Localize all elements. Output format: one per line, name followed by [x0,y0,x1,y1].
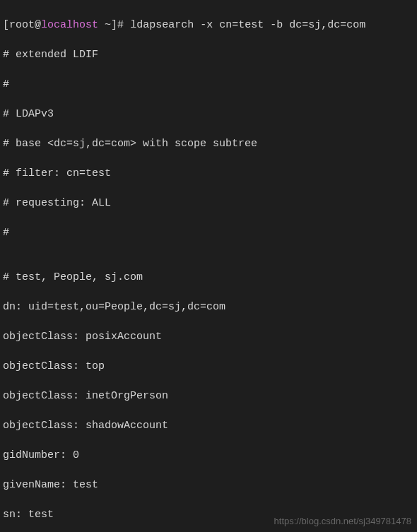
prompt-symbol: # [117,19,124,31]
watermark-text: https://blog.csdn.net/sj349781478 [274,515,411,528]
output-line: # base <dc=sj,dc=com> with scope subtree [3,136,414,151]
prompt-open-bracket: [ [3,19,9,31]
output-line: # requesting: ALL [3,196,414,211]
output-line: objectClass: inetOrgPerson [3,389,414,403]
output-line: givenName: test [3,478,414,492]
output-line: # [3,77,414,92]
output-line: # filter: cn=test [3,166,414,181]
output-line: # [3,225,414,240]
prompt-host: localhost [41,19,98,31]
prompt-path: ~ [98,19,111,31]
output-line: dn: uid=test,ou=People,dc=sj,dc=com [3,300,414,314]
output-line: objectClass: top [3,359,414,374]
terminal-output[interactable]: [root@localhost ~]# ldapsearch -x cn=tes… [3,3,414,532]
prompt-at: @ [35,19,41,31]
command-line-1: [root@localhost ~]# ldapsearch -x cn=tes… [3,18,414,32]
command-text: ldapsearch -x cn=test -b dc=sj,dc=com [130,19,365,31]
output-line: # test, People, sj.com [3,270,414,285]
prompt-close-bracket: ] [111,19,117,31]
output-line: # extended LDIF [3,47,414,62]
output-line: objectClass: shadowAccount [3,418,414,433]
output-line: # LDAPv3 [3,107,414,122]
output-line: objectClass: posixAccount [3,329,414,344]
prompt-user: root [9,19,35,31]
output-line: gidNumber: 0 [3,448,414,463]
